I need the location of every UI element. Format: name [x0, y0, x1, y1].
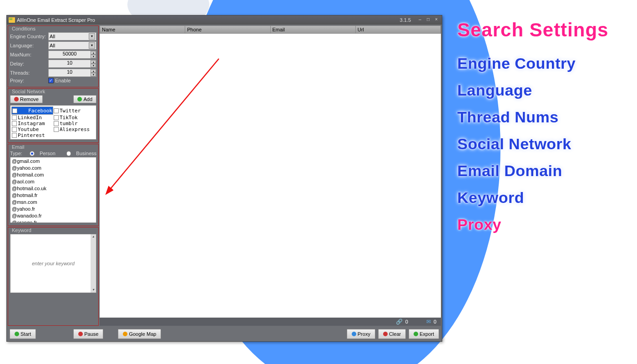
- svg-line-0: [110, 59, 219, 190]
- email-title: Email: [11, 144, 25, 150]
- social-list: Facebook Twitter LinkedIn TikTok Instagr…: [10, 105, 96, 140]
- annotation-overlay: Search Settings Engine Country Language …: [457, 19, 630, 243]
- scrollbar[interactable]: ▴▾: [91, 234, 96, 293]
- keyword-title: Keyword: [11, 228, 32, 233]
- engine-country-label: Engine Country:: [10, 34, 48, 39]
- title-bar: AllInOne Email Extract Scraper Pro 3.1.5…: [7, 15, 442, 25]
- map-icon: [123, 332, 127, 336]
- annotation-arrow: [105, 54, 223, 195]
- remove-button[interactable]: Remove: [10, 95, 43, 103]
- list-item: @hotmail.com: [12, 172, 95, 178]
- col-url[interactable]: Url: [356, 25, 441, 34]
- proxy-checkbox[interactable]: ✓: [48, 78, 54, 83]
- col-name[interactable]: Name: [100, 25, 185, 34]
- email-panel: Email Type: Person Business @gmail.com @…: [8, 144, 99, 226]
- social-item-instagram[interactable]: Instagram: [11, 121, 53, 126]
- pause-button[interactable]: Pause: [73, 329, 103, 339]
- chevron-down-icon: ▾: [89, 33, 95, 40]
- maxnum-input[interactable]: 50000▴▾: [48, 51, 96, 59]
- proxy-label: Proxy:: [10, 78, 48, 83]
- engine-country-select[interactable]: All▾: [48, 32, 96, 40]
- table-header: Name Phone Email Url: [100, 25, 441, 34]
- proxy-button[interactable]: Proxy: [347, 329, 375, 339]
- social-panel: Social Network Remove Add Facebook Twitt…: [8, 88, 99, 143]
- list-item: @msn.com: [12, 199, 95, 206]
- language-label: Language:: [10, 43, 48, 48]
- clear-icon: [383, 332, 388, 336]
- delay-label: Delay:: [10, 61, 48, 66]
- footer-toolbar: Start Pause Google Map Proxy Clear Expor…: [7, 327, 442, 341]
- play-icon: [15, 332, 19, 336]
- person-radio[interactable]: [30, 151, 35, 156]
- col-email[interactable]: Email: [271, 25, 356, 34]
- main-table-area: Name Phone Email Url 🔗 0 ✉ 0: [100, 25, 441, 326]
- threads-label: Threads:: [10, 70, 48, 76]
- list-item: @yahoo.com: [12, 165, 95, 172]
- add-button[interactable]: Add: [73, 95, 96, 103]
- keyword-placeholder: enter your keyword: [32, 261, 75, 266]
- attachment-icon: 🔗: [396, 318, 403, 325]
- list-item: @wanadoo.fr: [12, 212, 95, 219]
- language-select[interactable]: All▾: [48, 41, 96, 50]
- maxnum-label: MaxNum:: [10, 52, 48, 57]
- social-title: Social Network: [11, 89, 46, 94]
- list-item: @hotmail.fr: [12, 192, 95, 199]
- annotation-item: Engine Country: [457, 55, 630, 72]
- annotation-item: Keyword: [457, 189, 630, 207]
- annotation-title: Search Settings: [457, 19, 630, 41]
- social-item-tiktok[interactable]: TikTok: [53, 115, 95, 121]
- sidebar: Conditions Engine Country:All▾ Language:…: [8, 25, 99, 326]
- keyword-textarea[interactable]: enter your keyword ▴▾: [10, 234, 96, 293]
- close-button[interactable]: ×: [433, 17, 440, 23]
- table-body: [100, 34, 441, 318]
- col-phone[interactable]: Phone: [185, 25, 270, 34]
- conditions-panel: Conditions Engine Country:All▾ Language:…: [8, 25, 99, 87]
- google-map-button[interactable]: Google Map: [118, 329, 161, 339]
- list-item: @hotmail.co.uk: [12, 185, 95, 192]
- conditions-title: Conditions: [11, 26, 36, 31]
- annotation-item: Language: [457, 81, 630, 99]
- social-item-linkedin[interactable]: LinkedIn: [11, 115, 53, 121]
- maximize-button[interactable]: □: [425, 17, 432, 23]
- app-window: AllInOne Email Extract Scraper Pro 3.1.5…: [6, 15, 442, 342]
- social-item-facebook[interactable]: Facebook: [11, 106, 53, 115]
- social-item-youtube[interactable]: Youtube: [11, 126, 53, 132]
- business-radio[interactable]: [66, 151, 71, 156]
- export-icon: [414, 332, 418, 336]
- proxy-enable-label: Enable: [55, 78, 71, 83]
- remove-icon: [14, 97, 19, 101]
- social-item-tumblr[interactable]: tumblr: [53, 121, 95, 126]
- clear-button[interactable]: Clear: [378, 329, 406, 339]
- add-icon: [77, 97, 82, 101]
- social-item-twitter[interactable]: Twitter: [53, 106, 95, 115]
- proxy-icon: [352, 332, 356, 336]
- list-item: @aol.com: [12, 178, 95, 185]
- annotation-item: Thread Nums: [457, 108, 630, 126]
- status-bar: 🔗 0 ✉ 0: [100, 318, 441, 326]
- chevron-down-icon: ▾: [89, 42, 95, 49]
- threads-input[interactable]: 10▴▾: [48, 69, 96, 77]
- domain-list[interactable]: @gmail.com @yahoo.com @hotmail.com @aol.…: [10, 157, 96, 223]
- window-title: AllInOne Email Extract Scraper Pro: [17, 17, 95, 23]
- social-item-pinterest[interactable]: Pinterest: [11, 132, 53, 138]
- mail-icon: ✉: [426, 318, 431, 325]
- list-item: @gmail.com: [12, 158, 95, 165]
- type-label: Type:: [10, 151, 26, 156]
- version-label: 3.1.5: [400, 17, 411, 23]
- app-icon: [9, 17, 15, 23]
- pause-icon: [78, 332, 83, 336]
- start-button[interactable]: Start: [10, 329, 36, 339]
- annotation-item: Social Network: [457, 135, 630, 153]
- annotation-item: Email Domain: [457, 162, 630, 180]
- social-item-aliexpress[interactable]: Aliexpress: [53, 126, 95, 132]
- export-button[interactable]: Export: [409, 329, 439, 339]
- annotation-item: Proxy: [457, 216, 630, 233]
- list-item: @orange.fr: [12, 219, 95, 223]
- minimize-button[interactable]: –: [416, 17, 424, 23]
- keyword-panel: Keyword enter your keyword ▴▾: [8, 227, 99, 326]
- delay-input[interactable]: 10▴▾: [48, 60, 96, 68]
- list-item: @yahoo.fr: [12, 206, 95, 212]
